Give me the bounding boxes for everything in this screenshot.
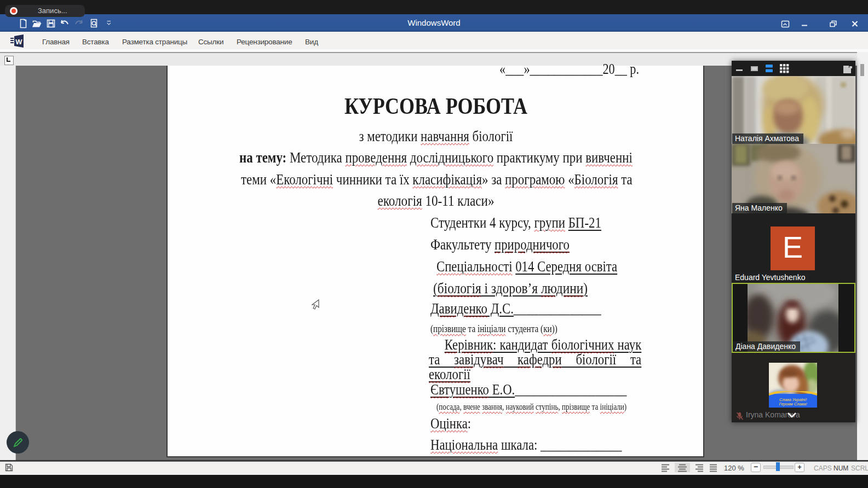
svg-text:W: W [15, 38, 22, 46]
